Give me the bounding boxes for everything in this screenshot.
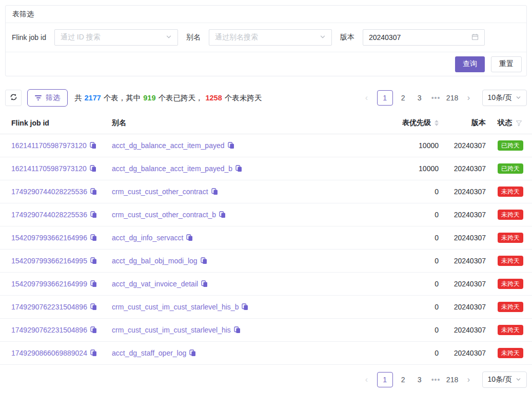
flink-job-id-link[interactable]: 1749290762231504896 (11, 326, 87, 334)
field-version: 版本 20240307 (340, 29, 485, 46)
version-value: 20240307 (443, 326, 491, 334)
page-size-select[interactable]: 10条/页 (482, 371, 527, 388)
field-alias: 别名 通过别名搜索 (186, 29, 332, 46)
flink-job-id-label: Flink job id (12, 33, 46, 42)
page-size-value: 10条/页 (488, 375, 512, 384)
copy-icon[interactable] (90, 165, 96, 172)
version-value: 20240307 (443, 211, 491, 219)
version-value: 20240307 (443, 349, 491, 357)
alias-label: 别名 (186, 33, 201, 42)
table-row: 1542097993662164995 acct_dg_bal_obj_modi… (0, 250, 532, 273)
table-row: 1749290762231504896 crm_cust_cust_im_cus… (0, 296, 532, 319)
copy-icon[interactable] (234, 326, 241, 334)
flink-job-id-link[interactable]: 1749290744028225536 (11, 188, 87, 196)
flink-job-id-link[interactable]: 1749290866069889024 (11, 349, 87, 357)
flink-job-id-link[interactable]: 1621411705987973120 (11, 164, 87, 173)
page-size-select[interactable]: 10条/页 (482, 90, 527, 106)
page-button-2[interactable]: 2 (397, 372, 409, 387)
table-row: 1621411705987973120 acct_dg_balance_acct… (0, 157, 532, 180)
priority-value: 10000 (376, 164, 443, 173)
version-value: 20240307 (443, 164, 491, 173)
alias-link[interactable]: crm_cust_cust_im_cust_starlevel_his (112, 326, 231, 334)
copy-icon[interactable] (228, 142, 234, 149)
next-page-button[interactable]: › (463, 90, 475, 106)
page-button-218[interactable]: 218 (446, 372, 459, 387)
next-page-button[interactable]: › (463, 372, 475, 387)
alias-link[interactable]: acct_dg_balance_acct_item_payed_b (112, 164, 232, 173)
alias-link[interactable]: acct_dg_balance_acct_item_payed (112, 141, 225, 150)
chevron-down-icon (516, 376, 521, 384)
flink-job-id-link[interactable]: 1621411705987973120 (11, 141, 87, 150)
col-header-flink-job-id: Flink job id (0, 119, 112, 127)
priority-value: 0 (376, 280, 443, 288)
table-body: 1621411705987973120 acct_dg_balance_acct… (0, 134, 532, 365)
version-value: 20240307 (443, 234, 491, 242)
col-header-priority: 表优先级 (376, 118, 443, 128)
page-button-1[interactable]: 1 (377, 372, 393, 387)
alias-link[interactable]: crm_cust_cust_other_contract_b (112, 211, 216, 219)
chevron-down-icon (516, 94, 521, 102)
page-button-2[interactable]: 2 (397, 90, 409, 106)
sort-icon[interactable] (435, 120, 439, 126)
filter-button[interactable]: 筛选 (27, 89, 68, 107)
version-value: 20240307 (369, 33, 401, 42)
page-button-3[interactable]: 3 (413, 90, 426, 106)
alias-link[interactable]: crm_cust_cust_other_contract (112, 188, 208, 196)
page-button-3[interactable]: 3 (413, 372, 426, 387)
copy-icon[interactable] (235, 165, 242, 172)
table-row: 1749290744028225536 crm_cust_cust_other_… (0, 203, 532, 226)
copy-icon[interactable] (242, 303, 248, 311)
flink-job-id-link[interactable]: 1749290744028225536 (11, 211, 87, 219)
copy-icon[interactable] (90, 303, 97, 311)
copy-icon[interactable] (90, 211, 97, 218)
copy-icon[interactable] (189, 349, 196, 357)
copy-icon[interactable] (90, 280, 97, 287)
copy-icon[interactable] (201, 257, 207, 264)
status-badge: 已跨天 (498, 140, 523, 151)
filter-funnel-icon[interactable] (516, 120, 522, 127)
copy-icon[interactable] (90, 234, 97, 241)
version-label: 版本 (340, 33, 354, 42)
reset-button[interactable]: 重置 (491, 56, 522, 72)
copy-icon[interactable] (186, 234, 193, 241)
prev-page-button: ‹ (361, 372, 373, 387)
flink-job-id-link[interactable]: 1749290762231504896 (11, 303, 87, 311)
table-row: 1749290744028225536 crm_cust_cust_other_… (0, 180, 532, 203)
refresh-button[interactable] (5, 90, 22, 106)
copy-icon[interactable] (90, 142, 96, 149)
flink-job-id-link[interactable]: 1542097993662164996 (11, 234, 87, 242)
alias-link[interactable]: acct_dg_info_servacct (112, 234, 183, 242)
summary-mid2: 个表已跨天， (158, 93, 203, 103)
bottom-bar: ‹123•••218› 10条/页 (5, 371, 527, 388)
copy-icon[interactable] (90, 257, 97, 264)
filter-fields-row: Flink job id 通过 ID 搜索 别名 通过别名搜索 版本 20240… (6, 23, 526, 52)
copy-icon[interactable] (201, 280, 208, 287)
alias-link[interactable]: acct_dg_bal_obj_modi_log (112, 257, 198, 265)
copy-icon[interactable] (211, 188, 218, 195)
status-badge: 未跨天 (498, 348, 523, 358)
page-button-218[interactable]: 218 (446, 90, 459, 106)
copy-icon[interactable] (90, 326, 97, 334)
filter-card: 表筛选 Flink job id 通过 ID 搜索 别名 通过别名搜索 版本 (5, 5, 527, 76)
copy-icon[interactable] (90, 188, 97, 195)
table-row: 1542097993662164999 acct_dg_vat_invoice_… (0, 273, 532, 296)
version-value: 20240307 (443, 141, 491, 150)
flink-job-id-link[interactable]: 1542097993662164995 (11, 257, 87, 265)
page-button-1[interactable]: 1 (377, 90, 393, 106)
copy-icon[interactable] (219, 211, 226, 218)
col-header-version: 版本 (443, 118, 491, 128)
filter-actions-row: 查询 重置 (6, 52, 526, 76)
copy-icon[interactable] (90, 349, 97, 357)
alias-link[interactable]: acct_dg_staff_oper_log (112, 349, 186, 357)
flink-job-id-link[interactable]: 1542097993662164999 (11, 280, 87, 288)
flink-job-id-select[interactable]: 通过 ID 搜索 (54, 29, 178, 46)
calendar-icon (471, 33, 479, 42)
version-date-picker[interactable]: 20240307 (363, 29, 485, 46)
alias-select[interactable]: 通过别名搜索 (209, 29, 332, 46)
query-button[interactable]: 查询 (455, 56, 485, 72)
tables-table: Flink job id 别名 表优先级 版本 状态 1621411705987… (0, 112, 532, 365)
version-value: 20240307 (443, 303, 491, 311)
alias-link[interactable]: acct_dg_vat_invoice_detail (112, 280, 198, 288)
priority-value: 0 (376, 211, 443, 219)
alias-link[interactable]: crm_cust_cust_im_cust_starlevel_his_b (112, 303, 239, 311)
